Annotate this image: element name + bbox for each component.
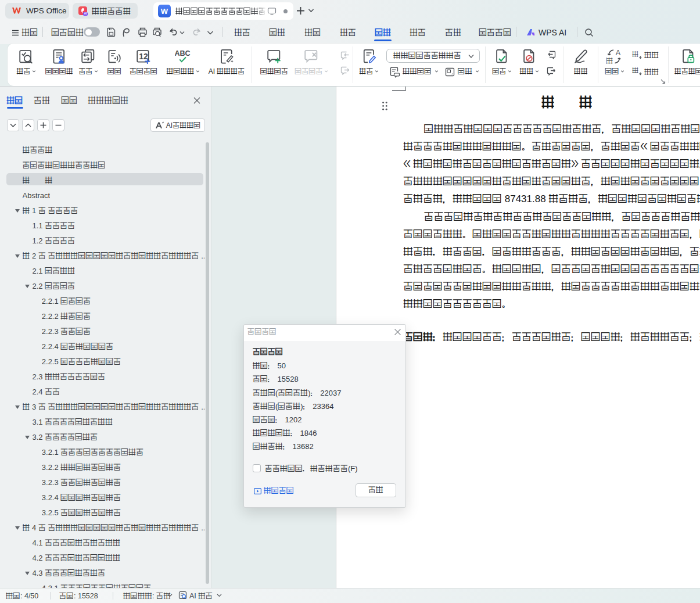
- svg-text:繁: 繁: [632, 67, 638, 73]
- svg-text:12: 12: [139, 52, 148, 60]
- svg-text:简: 简: [632, 51, 638, 57]
- svg-text:ABC: ABC: [175, 49, 191, 57]
- svg-text:A: A: [616, 49, 621, 56]
- svg-text:文: 文: [606, 57, 613, 64]
